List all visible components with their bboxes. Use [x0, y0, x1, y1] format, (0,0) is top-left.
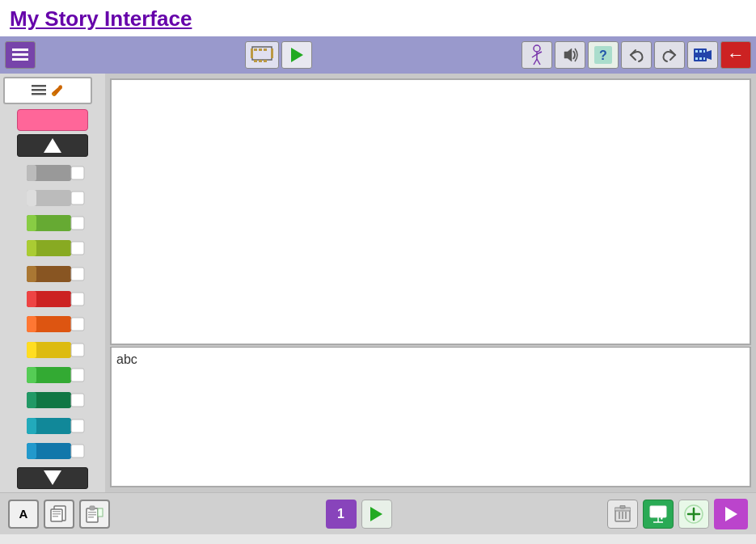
list-icon: [32, 84, 46, 97]
svg-rect-56: [27, 342, 36, 358]
text-canvas[interactable]: abc: [110, 347, 751, 487]
slides-icon: [251, 45, 273, 65]
svg-marker-18: [564, 48, 572, 61]
undo-button[interactable]: [621, 41, 652, 69]
delete-page-button[interactable]: [607, 500, 638, 529]
svg-rect-55: [71, 344, 84, 356]
svg-rect-79: [98, 508, 103, 517]
eraser-button[interactable]: [17, 109, 88, 131]
paste-icon: [86, 505, 103, 523]
page-play-button[interactable]: [361, 500, 392, 529]
marker-yellowgreen-icon: [12, 237, 89, 259]
marker-teal[interactable]: [12, 414, 93, 437]
marker-red-icon: [12, 288, 89, 310]
marker-orange-icon: [12, 313, 89, 335]
sound-button[interactable]: [555, 41, 585, 69]
svg-point-32: [53, 93, 55, 95]
svg-rect-68: [27, 443, 36, 459]
svg-rect-59: [27, 367, 36, 383]
sound-icon: [561, 47, 579, 63]
svg-rect-29: [32, 85, 46, 87]
svg-rect-46: [71, 268, 84, 280]
svg-rect-67: [71, 445, 84, 458]
svg-rect-2: [12, 58, 28, 61]
next-page-button[interactable]: [714, 499, 748, 529]
marker-yellow-green[interactable]: [12, 237, 93, 260]
svg-text:?: ?: [599, 48, 607, 62]
marker-green-icon: [12, 212, 89, 234]
marker-yellow-icon: [12, 339, 89, 361]
canvas-text-content: abc: [116, 352, 137, 366]
svg-rect-40: [71, 217, 84, 230]
left-panel: [0, 74, 105, 492]
svg-rect-9: [254, 48, 257, 51]
svg-rect-27: [699, 57, 702, 60]
help-button[interactable]: ?: [588, 41, 619, 69]
menu-button[interactable]: [5, 41, 36, 69]
svg-rect-65: [27, 418, 36, 434]
undo-icon: [627, 47, 645, 63]
svg-rect-1: [12, 53, 28, 56]
marker-list: [3, 160, 102, 464]
svg-rect-28: [703, 57, 705, 60]
marker-bright-green[interactable]: [12, 363, 93, 386]
svg-rect-4: [251, 48, 253, 58]
marker-cyan-icon: [12, 440, 89, 462]
svg-rect-38: [27, 190, 36, 206]
copy-button[interactable]: [44, 500, 74, 529]
marker-darkgreen-icon: [12, 389, 89, 411]
marker-light-gray[interactable]: [12, 186, 93, 209]
wrench-icon: [51, 84, 64, 97]
drawing-canvas[interactable]: [110, 78, 751, 345]
svg-rect-30: [32, 89, 46, 91]
marker-red[interactable]: [12, 287, 93, 310]
svg-rect-25: [703, 50, 705, 53]
scroll-up-button[interactable]: [17, 134, 88, 156]
paste-button[interactable]: [79, 500, 110, 529]
svg-rect-11: [264, 48, 267, 51]
redo-button[interactable]: [654, 41, 685, 69]
text-tool-button[interactable]: A: [8, 500, 39, 529]
toolbar-right-group: ?: [522, 41, 751, 69]
svg-rect-62: [27, 392, 36, 408]
play-button[interactable]: [281, 41, 312, 69]
page-number: 1: [326, 500, 357, 529]
svg-rect-31: [32, 93, 46, 95]
marker-cyan[interactable]: [12, 439, 93, 462]
marker-orange[interactable]: [12, 313, 93, 336]
trash-icon: [615, 505, 631, 523]
play-icon: [370, 507, 382, 521]
svg-rect-61: [71, 394, 84, 407]
marker-brown-icon: [12, 263, 89, 285]
svg-line-17: [537, 59, 540, 65]
animation-button[interactable]: [522, 41, 552, 69]
marker-gray-icon: [12, 162, 89, 184]
marker-gray[interactable]: [12, 161, 93, 184]
svg-rect-34: [71, 167, 84, 179]
settings-tools-button[interactable]: [3, 77, 92, 104]
svg-rect-64: [71, 420, 84, 432]
svg-rect-86: [650, 506, 666, 517]
svg-rect-35: [27, 165, 36, 181]
add-page-button[interactable]: [678, 500, 709, 529]
svg-rect-73: [53, 516, 58, 517]
present-button[interactable]: [643, 500, 674, 529]
slides-button[interactable]: [245, 41, 279, 69]
svg-rect-49: [71, 293, 84, 306]
video-button[interactable]: [687, 41, 718, 69]
menu-icon: [12, 48, 28, 61]
scroll-down-button[interactable]: [17, 467, 88, 489]
back-button[interactable]: ←: [720, 41, 751, 69]
copy-icon: [50, 505, 68, 523]
toolbar-center-group: [245, 41, 312, 69]
svg-rect-78: [88, 517, 94, 518]
svg-rect-50: [27, 291, 36, 307]
svg-rect-23: [695, 50, 698, 53]
marker-yellow[interactable]: [12, 338, 93, 361]
marker-dark-green[interactable]: [12, 389, 93, 412]
marker-green[interactable]: [12, 212, 93, 235]
svg-rect-53: [27, 316, 36, 332]
svg-rect-72: [53, 513, 61, 515]
canvas-area: abc: [105, 74, 756, 492]
marker-brown[interactable]: [12, 262, 93, 285]
